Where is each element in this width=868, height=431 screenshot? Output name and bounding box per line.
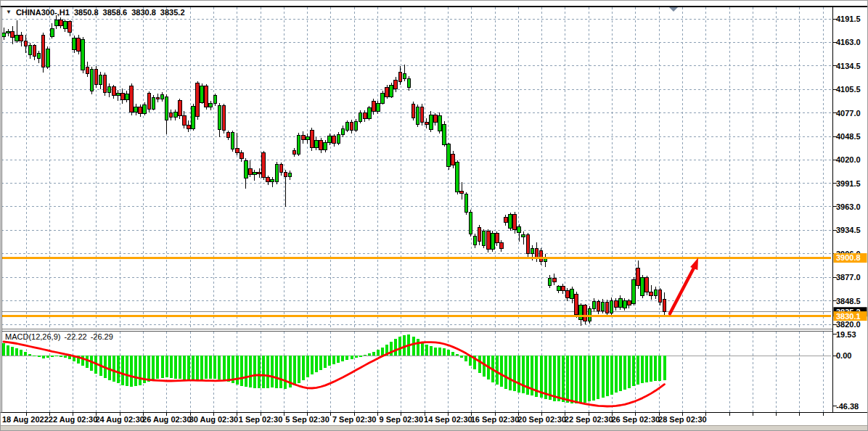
macd-histogram-bar <box>509 356 512 390</box>
macd-histogram-bar <box>579 356 582 403</box>
candle-body <box>650 292 653 296</box>
candle-body <box>394 80 398 89</box>
candle-body <box>209 103 213 107</box>
macd-histogram-bar <box>134 356 137 386</box>
candle-body <box>152 97 155 109</box>
candle-body <box>266 177 270 182</box>
macd-histogram-bar <box>562 356 565 402</box>
indicator-macd-value: -22.22 <box>64 332 86 341</box>
macd-histogram-bar <box>451 352 454 356</box>
macd-histogram-bar <box>46 356 49 358</box>
price-axis-label: 3963.0 <box>836 202 861 211</box>
candle-body <box>24 41 28 46</box>
candle-body <box>443 125 446 145</box>
candle-body <box>469 213 472 234</box>
macd-histogram-bar <box>341 356 344 361</box>
candle-body <box>28 46 32 54</box>
candle-body <box>200 86 204 102</box>
macd-histogram-bar <box>592 356 595 401</box>
chart-header: ▼ CHINA300-,H1 3850.8 3858.6 3830.8 3835… <box>6 8 185 17</box>
candle-body <box>288 173 292 176</box>
macd-histogram-bar <box>245 356 247 387</box>
macd-histogram-bar <box>636 356 639 385</box>
macd-histogram-bar <box>24 352 27 356</box>
candle-body <box>473 237 477 245</box>
candle-body <box>403 73 406 78</box>
macd-histogram-bar <box>262 356 265 388</box>
candle-body <box>636 268 640 286</box>
macd-histogram-bar <box>517 356 520 393</box>
macd-histogram-bar <box>112 356 115 382</box>
indicator-axis-label: 0.00 <box>836 351 851 360</box>
candle-body <box>196 83 200 116</box>
macd-histogram-bar <box>81 356 84 366</box>
macd-histogram-bar <box>430 346 433 356</box>
macd-histogram-bar <box>60 356 62 357</box>
candle-body <box>258 172 261 173</box>
macd-histogram-bar <box>522 356 525 393</box>
macd-histogram-bar <box>500 356 503 387</box>
macd-histogram-bar <box>293 356 296 385</box>
candle-body <box>73 38 76 50</box>
candle-body <box>645 277 649 292</box>
macd-histogram-bar <box>147 356 150 382</box>
candle-body <box>513 214 517 230</box>
candle-body <box>173 112 177 118</box>
candle-body <box>500 243 504 249</box>
time-axis-label: 22 Aug 02:30 <box>49 415 97 424</box>
macd-histogram-bar <box>64 356 67 358</box>
price-panel <box>1 7 831 326</box>
time-axis-label: 9 Sep 02:30 <box>380 415 424 424</box>
macd-histogram-bar <box>434 348 437 356</box>
time-axis-label: 16 Sep 02:30 <box>471 415 520 424</box>
candle-body <box>610 300 613 313</box>
candle-body <box>619 299 623 307</box>
macd-histogram-bar <box>553 356 556 401</box>
candle-body <box>192 107 195 129</box>
symbol-dropdown-icon[interactable]: ▼ <box>6 9 12 15</box>
candle-body <box>218 106 221 130</box>
price-axis[interactable]: 4191.54163.04134.54105.54077.04048.54020… <box>833 15 867 411</box>
macd-histogram-bar <box>570 356 573 403</box>
macd-histogram-bar <box>266 356 269 388</box>
indicator-name: MACD(12,26,9) <box>5 332 60 341</box>
time-axis-label: 26 Aug 02:30 <box>142 415 191 424</box>
macd-histogram-bar <box>557 356 560 401</box>
macd-histogram-bar <box>447 350 450 356</box>
time-axis-label: 26 Sep 02:30 <box>611 415 660 424</box>
macd-histogram-bar <box>161 356 164 378</box>
price-axis-label: 3991.5 <box>836 179 861 188</box>
candle-body <box>275 164 279 182</box>
macd-histogram-bar <box>130 356 133 387</box>
candle-body <box>407 78 411 87</box>
candle-body <box>381 94 385 104</box>
macd-histogram-bar <box>205 356 208 379</box>
price-axis-label: 3877.0 <box>836 273 861 282</box>
candle-body <box>632 280 636 304</box>
candle-body <box>464 194 468 213</box>
candle-body <box>354 121 358 130</box>
candle-body <box>81 40 85 70</box>
macd-histogram-bar <box>2 343 5 356</box>
candle-body <box>345 122 349 130</box>
macd-histogram-bar <box>227 356 230 382</box>
macd-panel <box>1 334 831 406</box>
candle-body <box>425 122 428 124</box>
time-axis[interactable]: 18 Aug 202222 Aug 02:3024 Aug 02:3026 Au… <box>2 413 823 424</box>
candle-body <box>46 49 49 67</box>
macd-histogram-bar <box>179 356 181 379</box>
candle-body <box>438 115 442 131</box>
trend-arrow[interactable] <box>670 258 698 313</box>
grid-layer <box>1 7 831 412</box>
chart-shift-marker-icon[interactable] <box>669 7 678 12</box>
macd-histogram-bar <box>51 356 54 357</box>
time-axis-label: 18 Aug 2022 <box>2 415 49 424</box>
candle-body <box>245 160 248 178</box>
bar-low-value: 3830.8 <box>131 8 156 17</box>
level-price-label: 3830.1 <box>836 312 861 321</box>
macd-histogram-bar <box>249 356 252 387</box>
macd-histogram-bar <box>606 356 609 396</box>
candle-body <box>584 305 587 321</box>
chart-canvas[interactable]: 4191.54163.04134.54105.54077.04048.54020… <box>0 0 868 431</box>
candle-body <box>517 226 521 232</box>
